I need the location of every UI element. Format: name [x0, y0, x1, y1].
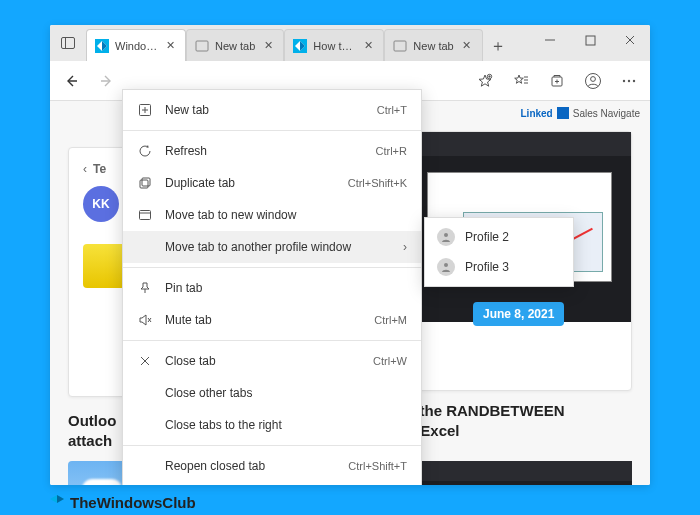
date-badge-text: June 8, 2021 — [483, 307, 554, 321]
avatar-initials: KK — [92, 197, 109, 211]
duplicate-icon — [137, 175, 153, 191]
menu-separator — [123, 130, 421, 131]
linked-label: Linked — [521, 108, 553, 119]
maximize-button[interactable] — [570, 25, 610, 55]
tab-close-button[interactable]: ✕ — [362, 39, 376, 53]
menu-item-close-tab[interactable]: Close tab Ctrl+W — [123, 345, 421, 377]
collections-button[interactable] — [540, 64, 574, 98]
svg-rect-3 — [196, 41, 208, 51]
menu-item-move-new-window[interactable]: Move tab to new window — [123, 199, 421, 231]
profile-avatar-icon — [437, 258, 455, 276]
submenu-item-profile-2[interactable]: Profile 2 — [425, 222, 573, 252]
menu-item-new-tab[interactable]: New tab Ctrl+T — [123, 94, 421, 126]
profile-button[interactable] — [576, 64, 610, 98]
article-title-left: Outloo attach — [68, 411, 116, 450]
tab-title: How to g — [313, 40, 355, 52]
back-button[interactable] — [54, 64, 88, 98]
settings-menu-button[interactable] — [612, 64, 646, 98]
watermark-text: TheWindowsClub — [70, 494, 196, 511]
chevron-left-icon[interactable]: ‹ — [83, 162, 87, 176]
forward-button[interactable] — [90, 64, 124, 98]
tab-close-button[interactable]: ✕ — [164, 39, 177, 53]
star-plus-icon — [477, 73, 493, 89]
article-title-right-l1: e the RANDBETWEEN — [407, 401, 632, 421]
collections-icon — [549, 73, 565, 89]
tab-0[interactable]: Windows ✕ — [86, 29, 186, 61]
article-title-left-l2: attach — [68, 431, 116, 451]
svg-point-18 — [628, 79, 630, 81]
svg-rect-21 — [140, 180, 148, 188]
tab-close-button[interactable]: ✕ — [261, 39, 275, 53]
pin-icon — [137, 280, 153, 296]
article-title-right: e the RANDBETWEEN n Excel — [407, 401, 632, 440]
menu-item-close-right-tabs[interactable]: Close tabs to the right — [123, 409, 421, 441]
menu-label: Mute tab — [165, 313, 362, 327]
linkedin-icon — [557, 107, 569, 119]
svg-rect-0 — [62, 38, 75, 49]
star-lines-icon — [513, 73, 529, 89]
minimize-button[interactable] — [530, 25, 570, 55]
favicon-newtab-icon — [195, 39, 209, 53]
titlebar: Windows ✕ New tab ✕ How to g ✕ — [50, 25, 650, 61]
svg-point-28 — [444, 263, 448, 267]
menu-item-close-other-tabs[interactable]: Close other tabs — [123, 377, 421, 409]
svg-rect-23 — [140, 211, 151, 220]
menu-shortcut: Ctrl+M — [374, 314, 407, 326]
close-icon — [137, 353, 153, 369]
chevron-right-icon: › — [403, 240, 407, 254]
maximize-icon — [585, 35, 596, 46]
article-title-right-l2: n Excel — [407, 421, 632, 441]
favicon-site-icon — [95, 39, 109, 53]
forward-arrow-icon — [99, 73, 115, 89]
submenu-label: Profile 2 — [465, 230, 509, 244]
menu-label: Close tabs to the right — [165, 418, 407, 432]
menu-item-move-profile-window[interactable]: Move tab to another profile window › — [123, 231, 421, 263]
profile-avatar-icon — [437, 228, 455, 246]
menu-separator — [123, 340, 421, 341]
tab-3[interactable]: New tab ✕ — [384, 29, 482, 61]
tab-strip: Windows ✕ New tab ✕ How to g ✕ — [86, 25, 513, 61]
menu-item-refresh[interactable]: Refresh Ctrl+R — [123, 135, 421, 167]
menu-item-duplicate-tab[interactable]: Duplicate tab Ctrl+Shift+K — [123, 167, 421, 199]
menu-shortcut: Ctrl+Shift+K — [348, 177, 407, 189]
favicon-site-icon — [293, 39, 307, 53]
back-arrow-icon — [63, 73, 79, 89]
close-window-button[interactable] — [610, 25, 650, 55]
menu-label: Close tab — [165, 354, 361, 368]
menu-separator — [123, 267, 421, 268]
more-icon — [621, 73, 637, 89]
date-badge: June 8, 2021 — [473, 302, 564, 326]
vertical-tabs-button[interactable] — [50, 25, 86, 61]
favorite-add-button[interactable] — [468, 64, 502, 98]
menu-item-reopen-closed-tab[interactable]: Reopen closed tab Ctrl+Shift+T — [123, 450, 421, 482]
menu-item-mute-tab[interactable]: Mute tab Ctrl+M — [123, 304, 421, 336]
minimize-icon — [544, 34, 556, 46]
favicon-newtab-icon — [393, 39, 407, 53]
avatar: KK — [83, 186, 119, 222]
plus-box-icon — [137, 102, 153, 118]
watermark-logo-icon — [50, 495, 64, 511]
blank-icon — [137, 239, 153, 255]
tab-title: New tab — [413, 40, 453, 52]
profile-submenu: Profile 2 Profile 3 — [424, 217, 574, 287]
linked-banner: Linked Sales Navigate — [521, 107, 641, 119]
tab-2[interactable]: How to g ✕ — [284, 29, 384, 61]
favorites-button[interactable] — [504, 64, 538, 98]
mute-icon — [137, 312, 153, 328]
svg-rect-7 — [586, 36, 595, 45]
menu-label: Reopen closed tab — [165, 459, 336, 473]
refresh-icon — [137, 143, 153, 159]
tab-title: Windows — [115, 40, 158, 52]
menu-label: Move tab to another profile window — [165, 240, 391, 254]
linked-text: Sales Navigate — [573, 108, 640, 119]
menu-label: New tab — [165, 103, 365, 117]
tab-close-button[interactable]: ✕ — [460, 39, 474, 53]
article-title-left-l1: Outloo — [68, 411, 116, 431]
submenu-item-profile-3[interactable]: Profile 3 — [425, 252, 573, 282]
menu-item-pin-tab[interactable]: Pin tab — [123, 272, 421, 304]
new-tab-button[interactable]: ＋ — [483, 31, 513, 61]
tab-1[interactable]: New tab ✕ — [186, 29, 284, 61]
menu-label: Pin tab — [165, 281, 407, 295]
browser-window: Windows ✕ New tab ✕ How to g ✕ — [50, 25, 650, 485]
menu-label: Duplicate tab — [165, 176, 336, 190]
